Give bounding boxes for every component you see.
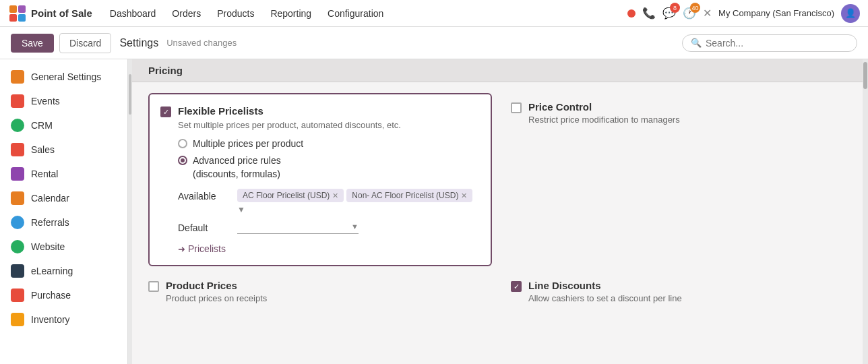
tag-1-remove[interactable]: ✕	[332, 191, 338, 200]
radio-advanced-icon	[178, 156, 187, 165]
sidebar-item-sales[interactable]: Sales	[0, 138, 127, 162]
sidebar-item-general[interactable]: General Settings	[0, 65, 127, 89]
line-discounts-title: Line Discounts	[528, 280, 682, 291]
product-prices-header: Product Prices Product prices on receipt…	[148, 280, 492, 303]
elearning-icon	[11, 264, 24, 278]
sidebar-item-referrals[interactable]: Referrals	[0, 210, 127, 235]
svg-rect-0	[9, 5, 17, 13]
line-discounts-checkbox[interactable]: ✓	[511, 281, 522, 292]
radio-advanced-label: Advanced price rules(discounts, formulas…	[193, 154, 281, 181]
clock-badge: 40	[690, 3, 700, 13]
price-control-checkbox[interactable]	[511, 102, 522, 113]
nav-menu: Dashboard Orders Products Reporting Conf…	[103, 5, 391, 22]
radio-advanced[interactable]: Advanced price rules(discounts, formulas…	[178, 154, 480, 181]
arrow-icon: ➜	[178, 244, 185, 254]
search-input[interactable]	[706, 38, 848, 49]
price-control-cell: Price Control Restrict price modificatio…	[503, 93, 846, 266]
radio-multiple[interactable]: Multiple prices per product	[178, 138, 480, 149]
line-discounts-cell: ✓ Line Discounts Allow cashiers to set a…	[503, 272, 846, 311]
unsaved-changes: Unsaved changes	[166, 38, 237, 48]
content: Pricing ✓ Flexible Pricelists Set multip…	[132, 59, 863, 364]
sidebar-item-crm[interactable]: CRM	[0, 113, 127, 138]
check-mark: ✓	[163, 109, 169, 116]
default-select-wrapper: ▼	[237, 221, 359, 234]
pricelists-checkbox[interactable]: ✓	[160, 107, 171, 117]
tag-2-label: Non- AC Floor Pricelist (USD)	[352, 191, 458, 200]
tag-2[interactable]: Non- AC Floor Pricelist (USD) ✕	[346, 189, 472, 202]
save-button[interactable]: Save	[11, 34, 54, 53]
sidebar-label-events: Events	[31, 96, 60, 107]
nav-orders[interactable]: Orders	[165, 5, 208, 22]
sidebar-label-purchase: Purchase	[31, 290, 71, 301]
website-icon	[11, 240, 24, 253]
nav-dashboard[interactable]: Dashboard	[103, 5, 163, 22]
line-discounts-check: ✓	[514, 282, 520, 291]
line-discounts-header: ✓ Line Discounts Allow cashiers to set a…	[511, 280, 838, 303]
nav-products[interactable]: Products	[210, 5, 261, 22]
search-icon: 🔍	[691, 38, 702, 48]
nav-configuration[interactable]: Configuration	[321, 5, 390, 22]
product-prices-checkbox[interactable]	[148, 281, 159, 292]
search-box: 🔍	[682, 34, 857, 52]
available-label: Available	[178, 189, 232, 202]
events-icon	[11, 94, 24, 108]
sidebar-item-website[interactable]: Website	[0, 235, 127, 259]
phone-icon[interactable]: 📞	[642, 7, 656, 20]
content-scrollbar[interactable]	[863, 59, 868, 364]
rental-icon	[11, 167, 24, 181]
svg-rect-2	[9, 14, 17, 22]
sidebar-item-calendar[interactable]: Calendar	[0, 186, 127, 210]
sidebar-label-sales: Sales	[31, 144, 55, 155]
flexible-pricelists-card: ✓ Flexible Pricelists Set multiple price…	[148, 93, 492, 266]
sales-icon	[11, 143, 24, 156]
chat-icon[interactable]: 💬 8	[662, 7, 676, 20]
sidebar-item-inventory[interactable]: Inventory	[0, 307, 127, 332]
chat-badge: 8	[670, 3, 680, 13]
available-row: Available AC Floor Pricelist (USD) ✕ Non…	[178, 189, 480, 214]
product-prices-desc: Product prices on receipts	[166, 293, 267, 303]
sidebar-item-elearning[interactable]: eLearning	[0, 259, 127, 283]
pricelists-link[interactable]: ➜ Pricelists	[178, 243, 480, 254]
tags-dropdown-icon[interactable]: ▼	[237, 205, 245, 214]
pricelists-title: Flexible Pricelists	[178, 105, 264, 117]
bottom-row: Product Prices Product prices on receipt…	[132, 272, 863, 322]
radio-multiple-label: Multiple prices per product	[193, 138, 303, 149]
toolbar-title: Settings	[119, 37, 158, 49]
calendar-icon	[11, 191, 24, 205]
sidebar-label-crm: CRM	[31, 120, 53, 131]
tag-1[interactable]: AC Floor Pricelist (USD) ✕	[237, 189, 344, 202]
radio-multiple-icon	[178, 139, 187, 148]
sidebar: General Settings Events CRM Sales Rental…	[0, 59, 128, 364]
default-select[interactable]	[237, 221, 351, 232]
sidebar-item-rental[interactable]: Rental	[0, 162, 127, 186]
nav-reporting[interactable]: Reporting	[264, 5, 318, 22]
referrals-icon	[11, 216, 24, 229]
sidebar-label-elearning: eLearning	[31, 266, 73, 276]
sidebar-item-purchase[interactable]: Purchase	[0, 283, 127, 307]
tag-2-remove[interactable]: ✕	[461, 191, 467, 200]
top-nav: Point of Sale Dashboard Orders Products …	[0, 0, 868, 27]
price-control-desc: Restrict price modification to managers	[528, 115, 680, 125]
tag-1-label: AC Floor Pricelist (USD)	[243, 191, 330, 200]
product-prices-cell: Product Prices Product prices on receipt…	[148, 272, 492, 311]
app-name: Point of Sale	[31, 7, 92, 19]
settings-grid: ✓ Flexible Pricelists Set multiple price…	[132, 82, 863, 272]
discard-button[interactable]: Discard	[59, 33, 111, 53]
logo-icon	[8, 4, 27, 23]
app-logo[interactable]: Point of Sale	[8, 4, 92, 23]
inventory-icon	[11, 313, 24, 326]
pricelists-desc: Set multiple prices per product, automat…	[178, 120, 480, 130]
close-icon[interactable]: ✕	[703, 7, 712, 20]
price-control-title: Price Control	[528, 101, 680, 113]
clock-icon[interactable]: 🕐 40	[683, 7, 696, 20]
default-row: Default ▼	[178, 221, 480, 234]
avatar[interactable]: 👤	[841, 4, 860, 23]
svg-rect-1	[18, 5, 26, 13]
sidebar-label-calendar: Calendar	[31, 193, 69, 204]
svg-rect-3	[18, 14, 26, 22]
sidebar-label-general: General Settings	[31, 71, 101, 82]
sidebar-item-events[interactable]: Events	[0, 89, 127, 113]
toolbar: Save Discard Settings Unsaved changes 🔍	[0, 27, 868, 59]
default-label: Default	[178, 222, 232, 233]
line-discounts-desc: Allow cashiers to set a discount per lin…	[528, 293, 682, 303]
